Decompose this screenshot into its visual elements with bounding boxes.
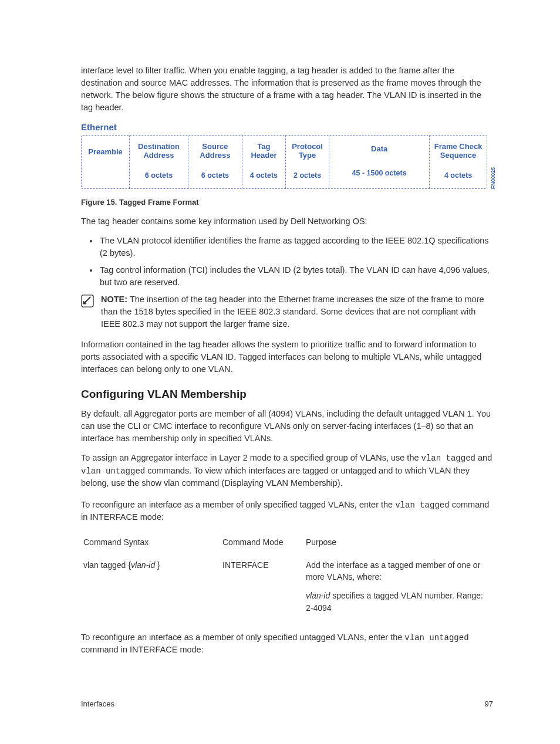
diag-label: Preamble <box>88 148 123 157</box>
note-block: NOTE: The insertion of the tag header in… <box>81 293 493 330</box>
table-row: vlan tagged {vlan-id } INTERFACE Add the… <box>81 556 493 617</box>
td-purpose: Add the interface as a tagged member of … <box>303 556 493 617</box>
code-vlan-tagged: vlan tagged <box>395 500 449 510</box>
diag-col-src: Source Address 6 octets <box>188 136 242 188</box>
diag-col-data: Data 45 - 1500 octets <box>329 136 430 188</box>
note-body: The insertion of the tag header into the… <box>101 295 484 329</box>
figure-caption: Figure 15. Tagged Frame Format <box>81 197 493 208</box>
list-item: Tag control information (TCI) includes t… <box>99 264 493 289</box>
diag-label: Frame Check Sequence <box>431 143 485 160</box>
diag-label: Tag Header <box>244 143 284 160</box>
text: } <box>157 560 160 570</box>
tag-header-intro: The tag header contains some key informa… <box>81 215 493 228</box>
diag-size: 45 - 1500 octets <box>352 168 407 178</box>
purpose-line1: Add the interface as a tagged member of … <box>306 559 488 583</box>
code-vlan-untagged: vlan untagged <box>404 633 468 642</box>
th-purpose: Purpose <box>303 533 493 555</box>
text: command in INTERFACE mode: <box>81 645 204 654</box>
bullet-list: The VLAN protocol identifier identifies … <box>81 235 493 289</box>
page: interface level to filter traffic. When … <box>0 0 560 744</box>
diag-label: Destination Address <box>131 143 187 160</box>
section-heading: Configuring VLAN Membership <box>81 386 493 403</box>
text: To reconfigure an interface as a member … <box>81 633 404 642</box>
note-text: NOTE: The insertion of the tag header in… <box>101 293 493 330</box>
note-icon <box>81 295 94 307</box>
code-vlan-untagged: vlan untagged <box>81 466 145 476</box>
diag-label: Protocol Type <box>287 143 328 160</box>
param-vlan-id: vlan-id <box>131 560 157 570</box>
td-mode: INTERFACE <box>220 556 303 617</box>
note-label: NOTE: <box>101 295 127 304</box>
diag-col-proto: Protocol Type 2 octets <box>286 136 329 188</box>
text: specifies a tagged VLAN number. Range: 2… <box>306 591 483 612</box>
param-vlan-id: vlan-id <box>306 591 330 600</box>
diag-col-fcs: Frame Check Sequence 4 octets <box>430 136 487 188</box>
info-paragraph: Information contained in the tag header … <box>81 339 493 376</box>
diagram-title: Ethernet <box>81 121 493 134</box>
text: vlan tagged { <box>83 560 131 570</box>
ethernet-frame-diagram: Preamble Destination Address 6 octets So… <box>81 135 487 189</box>
diag-col-dest: Destination Address 6 octets <box>130 136 188 188</box>
intro-paragraph: interface level to filter traffic. When … <box>81 65 493 114</box>
config-p3: To reconfigure an interface as a member … <box>81 499 493 523</box>
diagram-side-label: FN00025 <box>490 166 497 189</box>
diag-size: 2 octets <box>294 170 321 181</box>
diag-size: 4 octets <box>250 170 278 181</box>
diag-col-preamble: Preamble <box>82 136 130 188</box>
page-footer: Interfaces 97 <box>81 699 493 710</box>
diag-size: 4 octets <box>444 170 472 181</box>
footer-page-number: 97 <box>485 699 493 710</box>
diag-size: 6 octets <box>201 170 229 181</box>
th-mode: Command Mode <box>220 533 303 555</box>
footer-section: Interfaces <box>81 699 114 710</box>
diag-size: 6 octets <box>145 170 173 181</box>
td-syntax: vlan tagged {vlan-id } <box>81 556 220 617</box>
diag-label: Data <box>371 145 387 154</box>
text: To assign an Aggregator interface in Lay… <box>81 453 421 462</box>
th-syntax: Command Syntax <box>81 533 220 555</box>
command-table: Command Syntax Command Mode Purpose vlan… <box>81 533 493 617</box>
code-vlan-tagged: vlan tagged <box>421 454 475 463</box>
diag-label: Source Address <box>190 143 241 160</box>
purpose-line2: vlan-id specifies a tagged VLAN number. … <box>306 590 488 614</box>
table-header-row: Command Syntax Command Mode Purpose <box>81 533 493 555</box>
config-p4: To reconfigure an interface as a member … <box>81 631 493 656</box>
svg-rect-0 <box>82 295 93 307</box>
text: To reconfigure an interface as a member … <box>81 500 395 509</box>
list-item: The VLAN protocol identifier identifies … <box>99 235 493 259</box>
config-p2: To assign an Aggregator interface in Lay… <box>81 452 493 489</box>
config-p1: By default, all Aggregator ports are mem… <box>81 408 493 445</box>
text: and <box>475 453 492 462</box>
diag-col-tag: Tag Header 4 octets <box>242 136 286 188</box>
